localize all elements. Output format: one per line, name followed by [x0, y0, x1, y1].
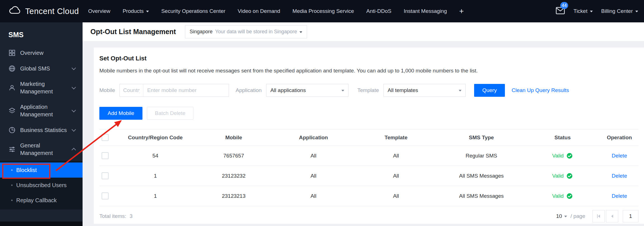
pie-chart-icon	[8, 126, 16, 134]
topnav-overview[interactable]: Overview	[88, 8, 110, 14]
sidebar-item-application-management[interactable]: Application Management	[0, 99, 83, 122]
sidebar-item-label: Overview	[20, 49, 43, 57]
select-all-checkbox[interactable]	[102, 134, 109, 141]
table-header-row: Country/Region Code Mobile Application T…	[99, 130, 638, 146]
card-description: Mobile numbers in the opt-out list will …	[99, 68, 638, 74]
topbar-right: 44 Ticket Billing Center	[556, 0, 638, 22]
topnav-instant-messaging[interactable]: Instant Messaging	[404, 8, 447, 14]
sidebar-item-general-management[interactable]: General Management	[0, 138, 83, 161]
delete-link[interactable]: Delete	[612, 193, 627, 199]
table-row: 54 7657657 All All Regular SMS Valid Del…	[99, 146, 638, 166]
message-count-badge: 44	[560, 2, 568, 9]
mobile-number-input[interactable]	[143, 84, 229, 96]
chevron-down-icon	[590, 11, 593, 14]
bullet-dot-icon	[11, 200, 13, 201]
chevron-down-icon	[564, 216, 567, 219]
topnav-products[interactable]: Products	[123, 8, 149, 14]
opt-out-list-card: Set Opt-Out List Mobile numbers in the o…	[94, 48, 644, 224]
sidebar-item-overview[interactable]: Overview	[0, 45, 83, 61]
sidebar-item-business-statistics[interactable]: Business Statistics	[0, 122, 83, 138]
country-code-input[interactable]	[120, 84, 143, 96]
topnav-video-on-demand[interactable]: Video on Demand	[238, 8, 280, 14]
bullet-dot-icon	[11, 170, 13, 171]
cell-sms-type: All SMS Messages	[438, 186, 525, 206]
total-items: Total items: 3	[99, 213, 133, 219]
batch-delete-button[interactable]: Batch Delete	[147, 107, 193, 120]
page-number-input[interactable]	[623, 210, 638, 222]
application-select[interactable]: All applications	[266, 84, 348, 97]
sidebar-subitem-label: Replay Callback	[16, 197, 57, 204]
sidebar: SMS Overview Global SMS Marketing Manage…	[0, 22, 83, 226]
row-checkbox[interactable]	[102, 152, 109, 159]
bullet-dot-icon	[11, 185, 13, 186]
cell-country-code: 1	[116, 186, 195, 206]
cloud-logo-icon	[8, 6, 21, 16]
application-filter-label: Application	[236, 87, 262, 93]
globe-icon	[8, 65, 16, 72]
opt-out-table: Country/Region Code Mobile Application T…	[99, 129, 638, 206]
topnav-security-operations-center[interactable]: Security Operations Center	[161, 8, 225, 14]
topnav-media-processing-service[interactable]: Media Processing Service	[292, 8, 354, 14]
template-select[interactable]: All templates	[383, 84, 466, 97]
pagination: 10 / page	[556, 210, 638, 222]
top-navigation: Overview Products Security Operations Ce…	[88, 0, 464, 22]
region-name: Singapore	[190, 29, 213, 35]
filter-row: Mobile Application All applications Temp…	[99, 84, 638, 97]
region-note: Your data will be stored in Singapore	[215, 29, 297, 35]
sidebar-subitem-label: Unsubscribed Users	[16, 182, 67, 189]
clean-up-query-results-link[interactable]: Clean Up Query Results	[512, 87, 569, 93]
template-filter-label: Template	[357, 87, 379, 93]
actions-row: Add Mobile Batch Delete	[99, 107, 638, 120]
cell-country-code: 1	[116, 166, 195, 186]
cell-template: All	[354, 146, 438, 166]
column-header: Template	[354, 130, 438, 146]
check-circle-icon	[566, 193, 573, 199]
ticket-menu[interactable]: Ticket	[573, 8, 593, 14]
sidebar-bottom-bar	[0, 222, 83, 226]
envelope-icon	[556, 10, 565, 16]
row-checkbox[interactable]	[102, 192, 109, 199]
chevron-up-icon	[72, 148, 76, 152]
chevron-down-icon	[341, 90, 344, 93]
billing-center-menu[interactable]: Billing Center	[601, 8, 638, 14]
tencent-cloud-logo[interactable]: Tencent Cloud	[8, 0, 79, 22]
column-header: Mobile	[195, 130, 273, 146]
delete-link[interactable]: Delete	[612, 153, 627, 159]
sidebar-item-unsubscribed-users[interactable]: Unsubscribed Users	[0, 178, 83, 193]
application-select-value: All applications	[270, 87, 306, 93]
page-header: Opt-Out List Management Singapore Your d…	[83, 22, 644, 41]
page: Tencent Cloud Overview Products Security…	[0, 0, 644, 226]
column-header: Application	[273, 130, 354, 146]
table-row: 1 23123213 All All All SMS Messages Vali…	[99, 186, 638, 206]
layers-icon	[8, 107, 16, 114]
messages-button[interactable]: 44	[556, 7, 565, 16]
query-button[interactable]: Query	[474, 84, 505, 97]
sidebar-item-replay-callback[interactable]: Replay Callback	[0, 193, 83, 208]
first-page-button[interactable]	[593, 210, 605, 222]
page-size-select[interactable]: 10	[556, 213, 567, 219]
sidebar-item-label: General Management	[20, 142, 70, 157]
previous-page-button[interactable]	[606, 210, 618, 222]
cell-mobile: 23123213	[195, 186, 273, 206]
cell-mobile: 7657657	[195, 146, 273, 166]
sidebar-item-blocklist[interactable]: Blocklist	[0, 163, 83, 178]
chevron-down-icon	[299, 31, 302, 34]
status-badge: Valid	[552, 173, 573, 179]
template-select-value: All templates	[388, 87, 418, 93]
add-mobile-button[interactable]: Add Mobile	[99, 107, 142, 120]
row-checkbox[interactable]	[102, 172, 109, 179]
sidebar-item-global-sms[interactable]: Global SMS	[0, 61, 83, 76]
topnav-anti-ddos[interactable]: Anti-DDoS	[366, 8, 392, 14]
check-circle-icon	[566, 173, 573, 179]
status-badge: Valid	[552, 193, 573, 199]
add-service-icon[interactable]: +	[459, 7, 464, 16]
sidebar-item-label: Business Statistics	[20, 126, 67, 134]
cell-mobile: 23123232	[195, 166, 273, 186]
sidebar-title: SMS	[0, 22, 83, 45]
sliders-icon	[8, 146, 16, 153]
column-header: Country/Region Code	[116, 130, 195, 146]
delete-link[interactable]: Delete	[612, 173, 627, 179]
sidebar-item-marketing-management[interactable]: Marketing Management	[0, 76, 83, 99]
cell-application: All	[273, 166, 354, 186]
region-selector[interactable]: Singapore Your data will be stored in Si…	[185, 25, 307, 38]
